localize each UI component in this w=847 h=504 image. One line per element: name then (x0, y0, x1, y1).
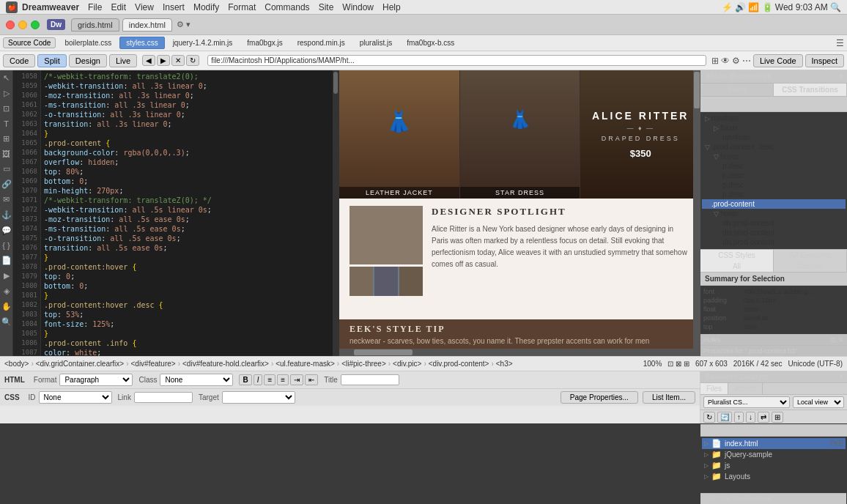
fm-jquery-sample[interactable]: ▷ 📁 jQuery-sample (702, 449, 846, 460)
current-tab[interactable]: Current (774, 261, 847, 272)
bc-prod-content[interactable]: <div.prod-content> (429, 360, 489, 368)
fm-download-btn[interactable]: ↓ (746, 412, 755, 423)
menu-commands[interactable]: Commands (265, 2, 309, 12)
menu-modify[interactable]: Modify (193, 2, 219, 12)
bc-feature-hold[interactable]: <div#feature-hold.clearfix> (182, 360, 269, 368)
design-view[interactable]: LEATHER JACKET 👗 STAR DRESS 👗 ALICE RITT… (339, 70, 700, 356)
file-tab-styles[interactable]: styles.css (119, 37, 164, 49)
tree-item-pdesc3[interactable]: p.desc (702, 180, 846, 190)
site-select[interactable]: Pluralist CS... (703, 396, 790, 408)
live-code-btn[interactable]: Live Code (753, 54, 803, 67)
ul-btn[interactable]: ≡ (264, 374, 275, 385)
design-hscroll-thumb[interactable] (354, 349, 413, 355)
fm-refresh-btn[interactable]: 🔄 (717, 412, 732, 423)
select-icon[interactable]: ↖ (3, 73, 10, 83)
design-hscrollbar[interactable] (339, 349, 693, 356)
tree-item-divc1[interactable]: div.prod-content (702, 218, 846, 228)
tree-item-pdesc2[interactable]: p.desc (702, 171, 846, 180)
italic-btn[interactable]: I (254, 374, 263, 385)
tree-item-prod-content[interactable]: ▽.prod-content (702, 199, 846, 209)
assets-tab[interactable]: Assets (728, 383, 763, 394)
fm-connect-btn[interactable]: ↻ (703, 412, 715, 423)
bc-div-pic[interactable]: <div.pic> (393, 360, 421, 368)
ol-btn[interactable]: ≡ (277, 374, 289, 385)
filter-icon[interactable]: ☰ (836, 38, 844, 48)
bc-h3[interactable]: <h3> (496, 360, 513, 368)
email-icon[interactable]: ✉ (3, 195, 10, 204)
css-transitions-tab[interactable]: CSS Transitions (774, 84, 847, 96)
crop-icon[interactable]: ⊡ (3, 104, 10, 114)
bc-collapse[interactable]: ▾ (839, 373, 843, 381)
add-transition-btn[interactable]: + (703, 99, 709, 109)
split-view-btn[interactable]: Split (37, 54, 66, 67)
indent-btn[interactable]: ⇥ (290, 374, 303, 385)
fm-sync-btn[interactable]: ⇄ (758, 412, 769, 423)
file-tab-fma0bgx[interactable]: fma0bgx.js (240, 37, 289, 49)
menu-site[interactable]: Site (319, 2, 334, 12)
remove-transition-btn[interactable]: - (711, 99, 714, 109)
target-select[interactable] (222, 391, 295, 404)
pointer-icon[interactable]: ▷ (4, 89, 10, 98)
menu-edit[interactable]: Edit (111, 2, 126, 12)
forward-btn[interactable]: ▶ (157, 55, 170, 66)
more-icon[interactable]: ⋯ (742, 56, 751, 66)
div-icon[interactable]: ▭ (3, 164, 10, 174)
anchor-icon[interactable]: ⚓ (1, 210, 12, 220)
tree-item-divc3[interactable]: div.prod-content (702, 237, 846, 247)
tree-item-nav[interactable]: ▷nav#nav (702, 114, 846, 123)
design-vscrollbar[interactable] (693, 70, 700, 356)
file-tab-pluralist[interactable]: pluralist.js (353, 37, 399, 49)
comment-icon[interactable]: 💬 (1, 226, 12, 235)
tree-item-pdesc4[interactable]: p.desc (702, 190, 846, 199)
rules-expand-btn[interactable]: ⊡ ✎ (830, 336, 844, 344)
code-view-btn[interactable]: Code (3, 54, 35, 67)
address-bar[interactable] (207, 55, 706, 66)
file-icon[interactable]: 📄 (1, 256, 12, 265)
design-view-btn[interactable]: Design (69, 54, 107, 67)
stop-btn[interactable]: ✕ (171, 55, 185, 66)
bc-gridcontainer[interactable]: <div.gridContainer.clearfix> (36, 360, 124, 368)
view-select[interactable]: Local view (793, 396, 844, 408)
files-tab[interactable]: Files (700, 383, 728, 394)
live-view-btn[interactable]: Live (109, 54, 137, 67)
menu-file[interactable]: File (88, 2, 102, 12)
tree-item-prod-desc[interactable]: ▽.prod-content .desc (702, 142, 846, 152)
title-tab-index[interactable]: index.html (122, 18, 172, 32)
menu-window[interactable]: Window (342, 2, 374, 12)
file-tab-boilerplate[interactable]: boilerplate.css (58, 37, 118, 49)
viewport-icon[interactable]: ⊞ (711, 56, 719, 66)
ap-elements-tab[interactable]: AP Elements (774, 250, 847, 261)
inspect-btn[interactable]: Inspect (805, 54, 844, 67)
sync-icon[interactable]: ⚙ (732, 56, 740, 66)
title-input[interactable] (341, 374, 399, 385)
minimize-button[interactable] (18, 21, 27, 29)
preview-icon[interactable]: 👁 (721, 56, 730, 66)
fm-layouts[interactable]: ▷ 📁 Layouts (702, 471, 846, 482)
bc-body[interactable]: <body> (4, 360, 29, 368)
file-tab-fma0bgx-b[interactable]: fma0bgx-b.css (400, 37, 461, 49)
media-icon[interactable]: ▶ (4, 271, 10, 281)
bc-pic-three[interactable]: <li#pic-three> (341, 360, 386, 368)
edit-transition-btn[interactable]: ✎ (717, 99, 725, 109)
bc-feature[interactable]: <div#feature> (131, 360, 176, 368)
tree-item-pdesc1[interactable]: p.desc (702, 161, 846, 171)
css-styles-tab[interactable]: CSS Styles (700, 250, 774, 261)
menu-format[interactable]: Format (228, 2, 256, 12)
table-icon[interactable]: ⊞ (3, 134, 10, 144)
file-tab-respond[interactable]: respond.min.js (291, 37, 352, 49)
format-select[interactable]: Paragraph (59, 374, 133, 386)
class-select[interactable]: None (160, 374, 233, 386)
code-editor[interactable]: 1058 1059 1060 1061 1062 1063 1064 1065 … (13, 70, 339, 356)
menu-view[interactable]: View (135, 2, 154, 12)
link-input[interactable] (134, 392, 193, 403)
refresh-btn[interactable]: ↻ (186, 55, 199, 66)
snippet-icon[interactable]: { } (2, 241, 10, 250)
maximize-button[interactable] (31, 21, 40, 29)
tree-item-divc2[interactable]: div.prod-content (702, 228, 846, 237)
design-vscroll-thumb[interactable] (694, 72, 700, 108)
widget-icon[interactable]: ◈ (4, 286, 10, 296)
menu-insert[interactable]: Insert (163, 2, 185, 12)
bold-btn[interactable]: B (239, 374, 251, 385)
fm-js[interactable]: ▷ 📁 js (702, 460, 846, 471)
insert-tab[interactable]: Insert (700, 84, 774, 96)
